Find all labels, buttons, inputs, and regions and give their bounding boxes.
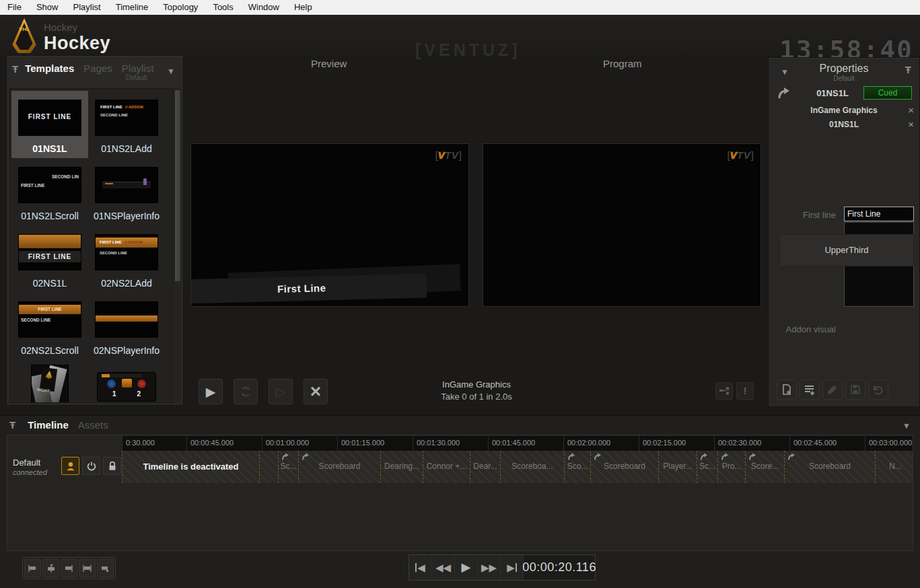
save-button[interactable] bbox=[845, 379, 865, 400]
goto-end-icon: ▶ bbox=[507, 562, 515, 573]
alert-icon: ! bbox=[744, 385, 747, 396]
template-item[interactable]: FIRST LINE // ADDON SECOND LINE 01NS2LAd… bbox=[88, 91, 165, 158]
play-button[interactable]: ▶ bbox=[455, 555, 478, 580]
first-line-input[interactable] bbox=[844, 207, 914, 221]
logo-letters: VHL bbox=[10, 26, 38, 32]
goto-start-button[interactable]: ◀ bbox=[409, 555, 432, 580]
timeline-track[interactable]: Timeline is deactivated Sc... bbox=[122, 451, 913, 483]
timeline-clip[interactable]: Player... bbox=[658, 451, 697, 483]
take-channel-name: InGame Graphics bbox=[392, 379, 561, 390]
power-button[interactable] bbox=[82, 457, 100, 475]
template-thumbnail: FIRST LINE // ADDON SECOND LINE bbox=[96, 235, 157, 270]
topology-button[interactable] bbox=[715, 382, 733, 400]
lock-button[interactable] bbox=[103, 457, 121, 475]
goto-end-button[interactable]: ▶ bbox=[501, 555, 524, 580]
timeline-clip[interactable]: N... bbox=[875, 451, 913, 483]
trim-in-button[interactable] bbox=[61, 559, 77, 577]
cue-arrow-icon bbox=[748, 453, 756, 461]
menu-item[interactable]: Tools bbox=[205, 0, 240, 15]
addon-visual-label: Addon visual bbox=[786, 324, 836, 334]
menu-item[interactable]: Help bbox=[287, 0, 320, 15]
cued-status-badge[interactable]: Cued bbox=[863, 86, 912, 100]
timeline-clip[interactable]: Sc... bbox=[278, 451, 298, 483]
operator-button[interactable] bbox=[61, 457, 79, 475]
menu-item[interactable]: Topology bbox=[155, 0, 205, 15]
template-item[interactable]: 02NSPlayerInfo bbox=[88, 293, 165, 360]
timeline-clip[interactable]: Scoreboard bbox=[298, 451, 380, 483]
menu-item[interactable]: Playlist bbox=[65, 0, 108, 15]
template-item[interactable]: FIRST LINE 01NS1L bbox=[11, 91, 88, 158]
reload-button[interactable] bbox=[234, 379, 258, 404]
templates-panel-tab[interactable]: Playlist Default bbox=[122, 63, 154, 75]
set-in-point-button[interactable] bbox=[24, 559, 41, 577]
upperthird-button[interactable]: UpperThird bbox=[779, 234, 914, 266]
trim-out-button[interactable] bbox=[97, 559, 114, 577]
timeline-clip[interactable]: Score... bbox=[745, 451, 784, 483]
template-thumbnail: NIGHT bbox=[32, 365, 68, 403]
timeline-clip[interactable] bbox=[259, 451, 278, 483]
clear-button[interactable]: × bbox=[304, 379, 328, 404]
preview-label: Preview bbox=[311, 58, 347, 69]
menu-item[interactable]: File bbox=[0, 0, 29, 15]
menu-item[interactable]: Window bbox=[241, 0, 287, 15]
scrollbar-thumb[interactable] bbox=[174, 89, 181, 282]
rewind-button[interactable]: ◀◀ bbox=[432, 555, 455, 580]
template-item[interactable]: FIRST LINE SECOND LIN 01NS2LScroll bbox=[11, 158, 88, 225]
timeline-clip[interactable]: Connor +... bbox=[423, 451, 470, 483]
template-list-scrollbar[interactable] bbox=[172, 88, 182, 403]
cue-arrow-icon bbox=[302, 453, 310, 461]
timeline-clip[interactable]: Sc... bbox=[697, 451, 717, 483]
trim-range-button[interactable] bbox=[79, 559, 96, 577]
templates-panel-tab[interactable]: Templates bbox=[25, 63, 74, 75]
ruler-tick: 00:01:00.000 bbox=[262, 436, 337, 451]
template-item[interactable]: 1 2 FS_Scoreboard bbox=[88, 360, 165, 403]
pin-icon[interactable]: Ŧ bbox=[905, 64, 911, 75]
edit-button[interactable] bbox=[822, 379, 843, 400]
lock-icon bbox=[106, 460, 118, 472]
timeline-clip[interactable]: Dear... bbox=[470, 451, 500, 483]
show-name-small: Hockey bbox=[44, 22, 77, 33]
power-icon bbox=[85, 460, 98, 472]
template-name: 02NS1L bbox=[13, 278, 87, 289]
ruler-tick: 00:00:45.000 bbox=[186, 436, 262, 451]
timeline-panel-tab[interactable]: Timeline bbox=[28, 419, 69, 435]
panel-menu-chevron-icon[interactable]: ▼ bbox=[903, 421, 911, 431]
timeline-clip[interactable]: Dearing... bbox=[380, 451, 423, 483]
template-item[interactable]: FIRST LINE 02NS1L bbox=[11, 225, 88, 293]
template-item[interactable]: NIGHT FS_Promo bbox=[11, 360, 88, 403]
template-thumbnail: FIRST LINE SECOND LIN bbox=[19, 168, 81, 203]
menu-item[interactable]: Show bbox=[29, 0, 66, 15]
show-logo: VHL bbox=[10, 18, 38, 53]
timeline-clip[interactable]: Pro... bbox=[717, 451, 745, 483]
take-button[interactable]: ▶ bbox=[199, 379, 223, 404]
timeline-clip[interactable]: Timeline is deactivated bbox=[122, 451, 259, 483]
menu-item[interactable]: Timeline bbox=[108, 0, 156, 15]
lower-third-text: First Line bbox=[277, 282, 326, 295]
timeline-clip[interactable]: Sco... bbox=[564, 451, 590, 483]
add-to-playlist-button[interactable] bbox=[800, 379, 820, 400]
template-thumbnail bbox=[96, 168, 157, 203]
panel-menu-chevron-icon[interactable]: ▼ bbox=[167, 67, 175, 76]
pin-icon[interactable]: Ŧ bbox=[9, 419, 15, 435]
addon-visual-dropzone[interactable] bbox=[844, 265, 914, 307]
template-item[interactable]: 01NSPlayerInfo bbox=[88, 158, 165, 225]
timeline-clip[interactable]: Scoreboard bbox=[590, 451, 658, 483]
cue-play-button[interactable]: ▷ bbox=[269, 379, 293, 404]
timeline-panel-tab[interactable]: Assets bbox=[78, 419, 108, 435]
template-item[interactable]: FIRST LINE // ADDON SECOND LINE 02NS2LAd… bbox=[88, 225, 165, 293]
close-icon[interactable]: × bbox=[908, 104, 914, 116]
properties-subtitle: Default bbox=[769, 75, 919, 82]
template-item[interactable]: FIRST LINE SECOND LINE 02NS2LScroll bbox=[11, 293, 88, 360]
alert-button[interactable]: ! bbox=[736, 382, 754, 400]
pin-icon[interactable]: Ŧ bbox=[12, 63, 18, 75]
program-monitor: [VTV] bbox=[483, 143, 761, 307]
timeline-clip[interactable]: Scoreboa... bbox=[500, 451, 564, 483]
timeline-ruler[interactable]: 0:30.00000:00:45.00000:01:00.00000:01:15… bbox=[122, 436, 913, 451]
new-page-button[interactable] bbox=[777, 379, 797, 400]
close-icon[interactable]: × bbox=[908, 118, 914, 130]
timeline-clip[interactable]: Scoreboard bbox=[784, 451, 875, 483]
undo-button[interactable] bbox=[868, 379, 888, 400]
add-marker-button[interactable] bbox=[42, 559, 59, 577]
fast-forward-button[interactable]: ▶▶ bbox=[478, 555, 501, 580]
templates-panel-tab[interactable]: Pages bbox=[83, 63, 112, 75]
